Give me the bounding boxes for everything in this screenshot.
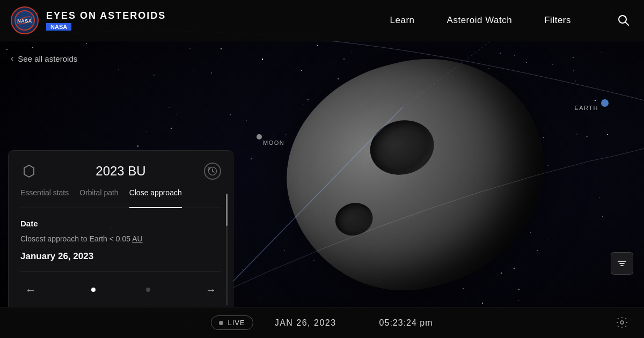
- back-chevron-icon: ‹: [11, 54, 13, 63]
- tab-close-approach[interactable]: Close approach: [129, 188, 182, 208]
- bottom-settings-button[interactable]: [611, 311, 633, 334]
- bottom-bar: LIVE JAN 26, 2023 05:23:24 pm: [0, 307, 644, 338]
- back-time-button[interactable]: [204, 163, 221, 180]
- asteroid-3d-view: [188, 43, 644, 306]
- svg-marker-5: [24, 165, 34, 177]
- section-label: Date: [20, 219, 221, 228]
- moon-label: MOON: [263, 139, 284, 146]
- next-arrow[interactable]: →: [201, 280, 221, 300]
- asteroid-icon: [20, 163, 38, 180]
- app-header: NASA EYES ON ASTEROIDS NASA Learn Astero…: [0, 0, 644, 41]
- filters-icon-button[interactable]: [611, 252, 633, 275]
- svg-line-4: [626, 23, 629, 26]
- approach-date: January 26, 2023: [20, 251, 221, 262]
- nav-dot-1: [91, 288, 96, 292]
- panel-nav: ← →: [20, 271, 221, 300]
- nav-filters[interactable]: Filters: [544, 15, 571, 26]
- bottom-date: JAN 26, 2023: [275, 318, 336, 328]
- info-panel: 2023 BU Essential stats Orbital path Clo…: [8, 150, 233, 311]
- search-button[interactable]: [614, 11, 633, 30]
- panel-header: 2023 BU: [20, 163, 221, 180]
- app-title: EYES ON ASTEROIDS: [46, 10, 166, 21]
- live-label: LIVE: [228, 319, 245, 327]
- nasa-badge: NASA: [46, 23, 71, 31]
- header-nav: Learn Asteroid Watch Filters: [390, 11, 633, 30]
- nav-learn[interactable]: Learn: [390, 15, 415, 26]
- tab-essential-stats[interactable]: Essential stats: [20, 188, 69, 201]
- nav-asteroid-watch[interactable]: Asteroid Watch: [447, 15, 513, 26]
- asteroid-sphere: [262, 32, 569, 317]
- nav-dot-2: [146, 288, 150, 292]
- panel-tabs: Essential stats Orbital path Close appro…: [20, 188, 221, 208]
- svg-point-10: [620, 321, 624, 324]
- nasa-logo: NASA: [11, 6, 39, 34]
- bottom-time: 05:23:24 pm: [379, 318, 433, 328]
- approach-description-text: Closest approach to Earth < 0.05: [20, 234, 130, 243]
- filters-side-panel: [611, 252, 633, 275]
- tab-orbital-path[interactable]: Orbital path: [79, 188, 118, 201]
- svg-text:NASA: NASA: [17, 18, 32, 24]
- back-nav-label: See all asteroids: [18, 54, 77, 63]
- prev-arrow[interactable]: ←: [20, 280, 41, 300]
- earth-marker: [601, 99, 609, 107]
- au-link[interactable]: AU: [132, 234, 142, 243]
- scroll-thumb: [226, 194, 228, 226]
- scroll-track: [226, 194, 228, 305]
- live-badge[interactable]: LIVE: [211, 315, 253, 330]
- approach-description: Closest approach to Earth < 0.05 AU: [20, 233, 221, 245]
- back-navigation[interactable]: ‹ See all asteroids: [11, 54, 77, 63]
- panel-content: Date Closest approach to Earth < 0.05 AU…: [20, 219, 221, 262]
- earth-label: EARTH: [574, 105, 598, 111]
- moon-marker: [257, 134, 262, 139]
- app-title-block: EYES ON ASTEROIDS NASA: [46, 10, 166, 31]
- asteroid-name: 2023 BU: [38, 164, 204, 179]
- live-dot: [219, 321, 223, 325]
